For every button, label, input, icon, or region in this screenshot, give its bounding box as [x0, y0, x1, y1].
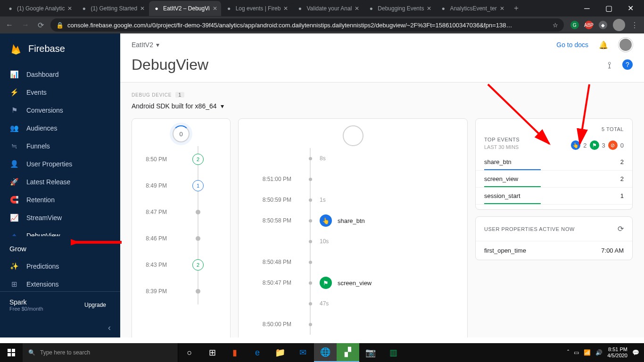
reload-icon[interactable]: ⟳	[38, 21, 44, 30]
user-prop-row[interactable]: first_open_time7:00 AM	[476, 241, 632, 260]
window-maximize[interactable]: ▢	[598, 0, 619, 16]
wifi-icon[interactable]: 📶	[584, 349, 591, 356]
second-row[interactable]: 8:50:47 PM⚑screen_view	[243, 272, 462, 293]
project-selector[interactable]: EatItV2 ▾	[132, 41, 159, 49]
browser-tab[interactable]: ●Validate your Anal✕	[292, 1, 363, 16]
second-row[interactable]: 47s	[243, 293, 462, 314]
close-icon[interactable]: ✕	[427, 5, 431, 12]
firebase-logo[interactable]: Firebase	[0, 33, 120, 64]
mail-icon[interactable]: ✉	[291, 343, 314, 362]
battery-icon[interactable]: ▭	[574, 349, 579, 356]
sidebar-item-user-properties[interactable]: 👤User Properties	[0, 155, 120, 173]
tray-expand-icon[interactable]: ˆ	[567, 349, 569, 356]
browser-tab[interactable]: ●Log events | Fireb✕	[222, 1, 292, 16]
window-close[interactable]: ✕	[619, 0, 641, 16]
star-icon[interactable]: ☆	[553, 22, 558, 29]
notification-icon[interactable]: 💬	[632, 349, 639, 356]
minute-row[interactable]: 8:39 PM	[137, 278, 225, 304]
sidebar-item-streamview[interactable]: 📈StreamView	[0, 209, 120, 227]
sidebar-item-audiences[interactable]: 👥Audiences	[0, 119, 120, 137]
plan-name: Spark	[9, 298, 43, 306]
instagram-icon[interactable]: 📷	[359, 343, 382, 362]
sidebar-item-funnels[interactable]: ≒Funnels	[0, 137, 120, 155]
browser-tab[interactable]: ●Debugging Events✕	[363, 1, 435, 16]
sidebar-item-latest-release[interactable]: 🚀Latest Release	[0, 173, 120, 191]
url-field[interactable]: 🔒 console.firebase.google.com/u/0/projec…	[50, 18, 564, 32]
cortana-icon[interactable]: ○	[178, 343, 201, 362]
second-row[interactable]: 8:50:58 PM👆share_btn	[243, 210, 462, 231]
tune-icon[interactable]: ⟟	[608, 59, 611, 71]
browser-tab[interactable]: ●AnalyticsEvent_ter✕	[436, 1, 508, 16]
go-to-docs-link[interactable]: Go to docs	[556, 41, 588, 49]
minute-row[interactable]: 8:43 PM2	[137, 252, 225, 278]
close-icon[interactable]: ✕	[500, 5, 504, 12]
profile-avatar[interactable]	[613, 19, 625, 31]
new-tab-button[interactable]: ＋	[509, 3, 524, 13]
sidebar-item-debugview[interactable]: ⌖DebugView	[0, 227, 120, 236]
nav-label: Conversions	[26, 107, 63, 114]
taskbar-search[interactable]: 🔍 Type here to search	[23, 343, 178, 362]
app-icon[interactable]: ▥	[382, 343, 405, 362]
minutes-now[interactable]: 0	[173, 125, 190, 142]
minute-row[interactable]: 8:50 PM2	[137, 146, 225, 173]
edge-icon[interactable]: e	[246, 343, 269, 362]
device-name: Android SDK built for x86_64	[132, 102, 217, 110]
android-studio-icon[interactable]: ▞	[337, 343, 359, 362]
minute-row[interactable]: 8:46 PM	[137, 225, 225, 252]
sidebar-item-predictions[interactable]: ✨Predictions	[0, 257, 120, 275]
event-count: 1	[620, 192, 624, 199]
sidebar-item-events[interactable]: ⚡Events	[0, 83, 120, 101]
top-event-row[interactable]: session_start1	[476, 188, 632, 205]
sidebar-item-extensions[interactable]: ⊞Extensions	[0, 275, 120, 291]
start-button[interactable]	[0, 349, 23, 356]
second-row[interactable]: 8s	[243, 148, 462, 169]
close-icon[interactable]: ✕	[355, 5, 359, 12]
help-icon[interactable]: ?	[622, 59, 633, 70]
close-icon[interactable]: ✕	[213, 5, 217, 12]
second-row[interactable]: 10s	[243, 231, 462, 252]
clock[interactable]: 8:51 PM 4/5/2020	[607, 346, 627, 359]
collapse-sidebar[interactable]: ‹	[0, 318, 120, 337]
plan-sub: Free $0/month	[9, 306, 43, 312]
seconds-now[interactable]	[343, 125, 363, 146]
volume-icon[interactable]: 🔊	[595, 349, 603, 356]
office-icon[interactable]: ▮	[223, 343, 246, 362]
top-event-row[interactable]: screen_view2	[476, 171, 632, 188]
kebab-icon[interactable]: ⋮	[631, 21, 638, 30]
minute-row[interactable]: 8:47 PM	[137, 199, 225, 225]
sidebar-item-dashboard[interactable]: 📊Dashboard	[0, 66, 120, 83]
ext-icon[interactable]: G	[570, 21, 579, 29]
browser-tab[interactable]: ●EatItV2 – DebugVi✕	[149, 1, 221, 16]
abp-icon[interactable]: ABP	[585, 21, 593, 29]
browser-tab[interactable]: ●(1) Getting Started✕	[76, 1, 149, 16]
forward-icon[interactable]: →	[22, 21, 29, 29]
second-row[interactable]: 8:50:48 PM	[243, 252, 462, 272]
pocket-icon[interactable]: ◆	[599, 21, 607, 29]
history-icon[interactable]: ⟳	[618, 224, 624, 233]
browser-tab[interactable]: ●(1) Google Analytic✕	[3, 1, 76, 16]
upgrade-button[interactable]: Upgrade	[80, 299, 111, 311]
user-avatar[interactable]	[619, 38, 633, 52]
minute-row[interactable]: 8:49 PM1	[137, 173, 225, 199]
close-icon[interactable]: ✕	[67, 5, 72, 12]
close-icon[interactable]: ✕	[283, 5, 288, 12]
flame-icon	[9, 42, 23, 55]
explorer-icon[interactable]: 📁	[269, 343, 291, 362]
second-row[interactable]: 8:51:00 PM	[243, 169, 462, 189]
minute-badge: 2	[192, 259, 204, 271]
window-minimize[interactable]: ─	[576, 0, 598, 16]
nav-icon: ✨	[9, 262, 19, 271]
chrome-icon[interactable]: 🌐	[314, 343, 337, 362]
second-row[interactable]: 8:50:59 PM1s	[243, 189, 462, 210]
bell-icon[interactable]: 🔔	[599, 41, 608, 49]
error-event-icon[interactable]: ⊘	[608, 140, 618, 150]
back-icon[interactable]: ←	[6, 21, 13, 29]
sidebar-item-conversions[interactable]: ⚑Conversions	[0, 101, 120, 119]
sidebar-item-retention[interactable]: 🧲Retention	[0, 191, 120, 209]
nav-label: Predictions	[26, 263, 59, 270]
second-row[interactable]: 8:50:00 PM	[243, 314, 462, 335]
taskview-icon[interactable]: ⊞	[201, 343, 223, 362]
close-icon[interactable]: ✕	[140, 5, 145, 12]
top-event-row[interactable]: share_btn2	[476, 154, 632, 171]
svg-rect-6	[12, 353, 15, 356]
